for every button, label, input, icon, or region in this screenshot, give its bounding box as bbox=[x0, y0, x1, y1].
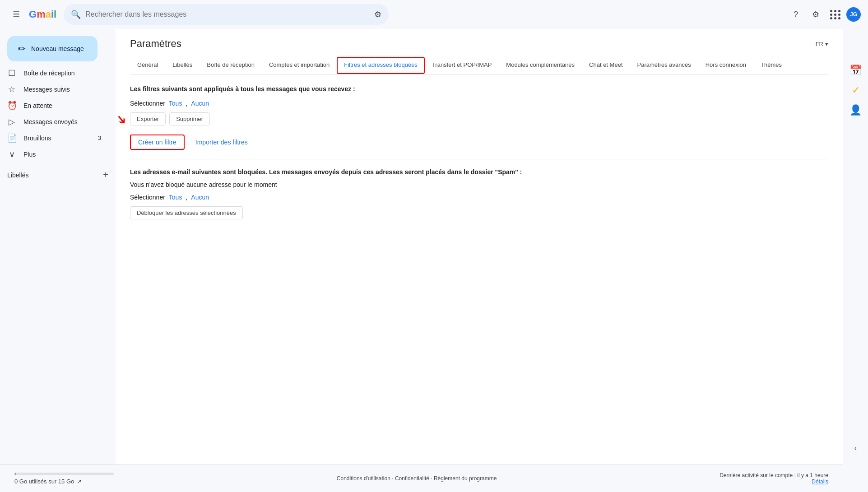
tab-forwarding[interactable]: Transfert et POP/IMAP bbox=[425, 57, 499, 74]
sidebar-item-more[interactable]: ∨ Plus bbox=[0, 146, 108, 162]
storage-section: 0 Go utilisés sur 15 Go ↗ bbox=[14, 473, 114, 485]
page-title: Paramètres FR ▾ bbox=[130, 38, 828, 50]
select-label: Sélectionner bbox=[130, 100, 165, 107]
settings-tabs: Général Libellés Boîte de réception Comp… bbox=[130, 57, 828, 74]
tasks-button[interactable]: ✓ bbox=[847, 81, 865, 99]
search-bar: 🔍 ⚙ bbox=[64, 4, 389, 25]
contacts-button[interactable]: 👤 bbox=[847, 101, 865, 119]
no-blocked-message: Vous n'avez bloqué aucune adresse pour l… bbox=[130, 181, 828, 188]
tab-addons[interactable]: Modules complémentaires bbox=[499, 57, 582, 74]
search-input[interactable] bbox=[85, 10, 370, 19]
tasks-icon: ✓ bbox=[852, 84, 860, 96]
search-filter-button[interactable]: ⚙ bbox=[374, 9, 381, 19]
labels-section: Libellés + bbox=[0, 166, 116, 182]
delete-button[interactable]: Supprimer bbox=[169, 112, 210, 125]
tab-themes[interactable]: Thèmes bbox=[753, 57, 789, 74]
select-all-link[interactable]: Tous bbox=[169, 100, 182, 107]
language-selector[interactable]: FR ▾ bbox=[816, 41, 828, 47]
tab-chat[interactable]: Chat et Meet bbox=[582, 57, 630, 74]
tab-general[interactable]: Général bbox=[130, 57, 165, 74]
red-arrow-annotation: ➔ bbox=[116, 111, 131, 128]
add-label-button[interactable]: + bbox=[103, 170, 108, 180]
blocked-section: Les adresses e-mail suivantes sont bloqu… bbox=[130, 159, 828, 219]
filter-icon: ⚙ bbox=[374, 10, 381, 19]
sidebar-item-label: Plus bbox=[23, 151, 36, 158]
main-container: ✏ Nouveau message ☐ Boîte de réception ☆… bbox=[0, 29, 868, 464]
blocked-heading: Les adresses e-mail suivantes sont bloqu… bbox=[130, 168, 828, 176]
sidebar-item-label: Brouillons bbox=[23, 135, 51, 142]
footer-links: Conditions d'utilisation · Confidentiali… bbox=[128, 475, 705, 482]
chevron-down-icon: ▾ bbox=[825, 41, 828, 47]
topbar: ☰ Gmail 🔍 ⚙ ? ⚙ JG bbox=[0, 0, 868, 29]
contacts-icon: 👤 bbox=[849, 104, 862, 116]
gmail-logo[interactable]: Gmail bbox=[29, 9, 56, 20]
sidebar-item-snoozed[interactable]: ⏰ En attente bbox=[0, 97, 108, 114]
settings-button[interactable]: ⚙ bbox=[807, 5, 825, 23]
tab-accounts[interactable]: Comptes et importation bbox=[262, 57, 337, 74]
tab-filters[interactable]: Filtres et adresses bloquées bbox=[337, 57, 425, 74]
select-none-link[interactable]: Aucun bbox=[191, 100, 209, 107]
blocked-select-none-link[interactable]: Aucun bbox=[191, 194, 209, 201]
compose-icon: ✏ bbox=[18, 43, 26, 54]
details-link[interactable]: Détails bbox=[812, 478, 828, 485]
chevron-down-icon: ∨ bbox=[7, 149, 16, 159]
help-icon: ? bbox=[794, 10, 798, 19]
filters-button-group: Exporter Supprimer bbox=[130, 112, 828, 125]
apps-grid-icon bbox=[830, 10, 841, 19]
external-link-icon[interactable]: ↗ bbox=[77, 478, 82, 485]
expand-sidebar-button[interactable]: ‹ bbox=[847, 439, 865, 457]
compose-label: Nouveau message bbox=[31, 45, 84, 52]
drafts-icon: 📄 bbox=[7, 133, 16, 143]
export-button[interactable]: Exporter bbox=[130, 112, 166, 125]
sidebar-item-drafts[interactable]: 📄 Brouillons 3 bbox=[0, 130, 108, 146]
sidebar-item-inbox[interactable]: ☐ Boîte de réception bbox=[0, 65, 108, 81]
compose-button[interactable]: ✏ Nouveau message bbox=[7, 36, 97, 61]
left-sidebar: ✏ Nouveau message ☐ Boîte de réception ☆… bbox=[0, 29, 116, 464]
chevron-left-icon: ‹ bbox=[854, 444, 857, 452]
sidebar-item-sent[interactable]: ▷ Messages envoyés bbox=[0, 114, 108, 130]
storage-label: 0 Go utilisés sur 15 Go ↗ bbox=[14, 478, 114, 485]
gear-icon: ⚙ bbox=[812, 9, 819, 19]
filters-heading: Les filtres suivants sont appliqués à to… bbox=[130, 85, 828, 93]
sidebar-item-label: Messages suivis bbox=[23, 86, 70, 93]
star-icon: ☆ bbox=[7, 84, 16, 94]
tab-advanced[interactable]: Paramètres avancés bbox=[630, 57, 698, 74]
blocked-select-row: Sélectionner Tous , Aucun bbox=[130, 194, 828, 201]
sidebar-item-label: Boîte de réception bbox=[23, 70, 75, 77]
calendar-icon: 📅 bbox=[849, 65, 862, 76]
storage-bar-fill bbox=[14, 473, 16, 475]
storage-bar bbox=[14, 473, 114, 475]
avatar[interactable]: JG bbox=[846, 7, 861, 22]
hamburger-button[interactable]: ☰ bbox=[7, 5, 25, 23]
content-area: Paramètres FR ▾ Général Libellés Boîte d… bbox=[116, 29, 843, 464]
inbox-icon: ☐ bbox=[7, 68, 16, 78]
footer-activity: Dernière activité sur le compte : il y a… bbox=[719, 472, 828, 485]
calendar-button[interactable]: 📅 bbox=[847, 61, 865, 79]
blocked-select-all-link[interactable]: Tous bbox=[169, 194, 182, 201]
search-icon: 🔍 bbox=[71, 9, 81, 19]
help-button[interactable]: ? bbox=[787, 5, 805, 23]
drafts-badge: 3 bbox=[98, 135, 101, 141]
sidebar-item-label: En attente bbox=[23, 102, 52, 109]
gmail-g-icon: Gmail bbox=[29, 9, 56, 20]
hamburger-icon: ☰ bbox=[13, 9, 20, 19]
tab-offline[interactable]: Hors connexion bbox=[698, 57, 753, 74]
right-sidebar-expand[interactable]: ‹ bbox=[847, 439, 865, 457]
labels-heading: Libellés bbox=[7, 172, 28, 179]
topbar-right: ? ⚙ JG bbox=[787, 5, 861, 23]
footer: 0 Go utilisés sur 15 Go ↗ Conditions d'u… bbox=[0, 464, 843, 492]
import-filters-button[interactable]: Importer des filtres bbox=[195, 135, 248, 149]
sidebar-item-label: Messages envoyés bbox=[23, 118, 78, 125]
filters-select-row: Sélectionner Tous , Aucun bbox=[130, 100, 828, 107]
sidebar-item-starred[interactable]: ☆ Messages suivis bbox=[0, 81, 108, 97]
create-filter-button[interactable]: Créer un filtre bbox=[130, 135, 185, 150]
unblock-button[interactable]: Débloquer les adresses sélectionnées bbox=[130, 206, 243, 219]
tab-labels[interactable]: Libellés bbox=[165, 57, 200, 74]
blocked-select-label: Sélectionner bbox=[130, 194, 165, 201]
tab-inbox[interactable]: Boîte de réception bbox=[200, 57, 262, 74]
right-sidebar: 📅 ✓ 👤 ‹ bbox=[843, 58, 868, 464]
filter-create-row: ➔ Créer un filtre Importer des filtres bbox=[130, 135, 828, 150]
apps-button[interactable] bbox=[826, 5, 845, 23]
clock-icon: ⏰ bbox=[7, 101, 16, 111]
sent-icon: ▷ bbox=[7, 117, 16, 127]
